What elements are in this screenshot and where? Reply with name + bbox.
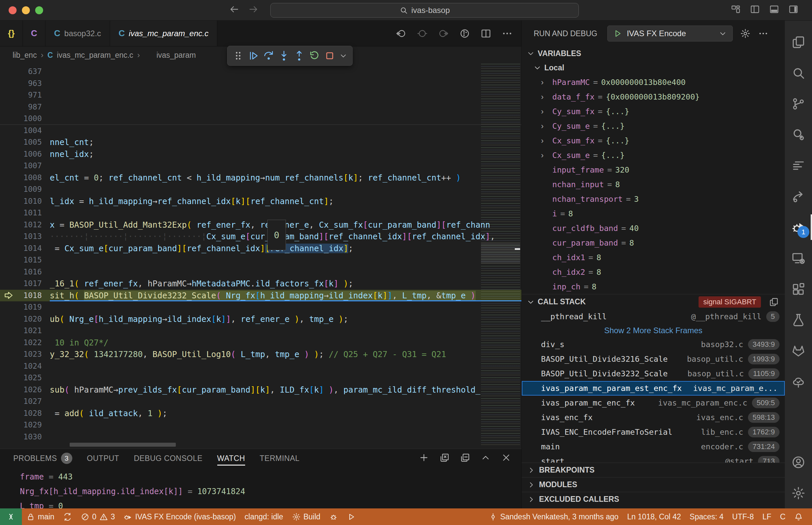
code-line-1009[interactable]: 1009 [0, 183, 521, 195]
code-line-963[interactable]: 963 [0, 78, 521, 90]
code-line-1005[interactable]: 1005nnel_cnt; [0, 136, 521, 148]
stop-button[interactable] [324, 50, 336, 62]
minimize-button[interactable] [22, 6, 30, 14]
editor-tab[interactable]: {} [0, 20, 23, 46]
panel-tab-debug-console[interactable]: DEBUG CONSOLE [134, 449, 202, 468]
debug-settings-gear-icon[interactable] [740, 28, 751, 39]
status-item-main[interactable]: main [22, 512, 59, 521]
remote-indicator[interactable] [0, 508, 22, 525]
panel-tab-output[interactable]: OUTPUT [87, 449, 119, 468]
code-line-1024[interactable]: 1024 [0, 360, 521, 372]
chevron-right-icon[interactable]: › [541, 78, 552, 87]
status-item-clangd-idle[interactable]: clangd: idle [240, 512, 287, 521]
status-item-c[interactable]: C [776, 512, 790, 521]
chevron-right-icon[interactable]: › [541, 107, 552, 116]
chevron-right-icon[interactable]: › [541, 93, 552, 102]
variables-section-header[interactable]: VARIABLES [522, 46, 785, 60]
code-line-1011[interactable]: 1011 [0, 207, 521, 219]
activity-remote-explorer-icon[interactable] [785, 243, 812, 273]
code-line-1026[interactable]: 1026sub( hParamMC→prev_ilds_fx[cur_param… [0, 384, 521, 396]
call-stack-section-header[interactable]: CALL STACK signal SIGABRT [522, 294, 785, 309]
variable-row[interactable]: i=8 [522, 206, 785, 221]
minimap-slider[interactable] [481, 243, 520, 264]
variable-row[interactable]: ch_idx2=8 [522, 265, 785, 280]
horizontal-scrollbar[interactable] [70, 443, 176, 447]
activity-account-icon[interactable] [785, 447, 812, 478]
code-line-1007[interactable]: 1007 [0, 160, 521, 172]
scope-local[interactable]: Local [522, 60, 785, 75]
history-forward-icon[interactable] [248, 4, 259, 15]
variable-row[interactable]: cur_cldfb_band=40 [522, 221, 785, 236]
editor-tab[interactable]: C [23, 20, 45, 46]
step-out-button[interactable] [293, 50, 305, 62]
toggle-primary-sidebar-icon[interactable] [750, 4, 760, 15]
watch-expression[interactable]: Nrg_fx[h_ild_mapping.ild_index[k]] = 107… [20, 484, 521, 499]
close-panel-icon[interactable] [501, 452, 511, 463]
stack-frame[interactable]: BASOP_Util_Divide3216_Scalebasop_util.c1… [522, 352, 785, 366]
status-item-ivas-fx-encode-ivas-basop-[interactable]: IVAS FX Encode (ivas-basop) [119, 512, 240, 521]
activity-share-icon[interactable] [785, 181, 812, 212]
code-line-1014[interactable]: 1014 = Cx_sum_e[cur_param_band][ref_chan… [0, 243, 521, 255]
breadcrumb-folder[interactable]: lib_enc [13, 51, 37, 60]
stack-frame[interactable]: __pthread_kill@__pthread_kill5 [522, 309, 785, 324]
stack-frame[interactable]: mainencoder.c731:24 [522, 439, 785, 454]
panel-tab-watch[interactable]: WATCH [217, 449, 245, 468]
code-line-1015[interactable]: 1015 [0, 254, 521, 266]
variable-row[interactable]: ›Cx_sum_e={...} [522, 148, 785, 163]
activity-testing-flask-icon[interactable] [785, 304, 812, 335]
section-excluded-callers[interactable]: EXCLUDED CALLERS [522, 492, 785, 506]
run-circle-icon[interactable] [459, 28, 470, 39]
zoom-button[interactable] [35, 6, 43, 14]
variable-row[interactable]: ›Cy_sum_e={...} [522, 119, 785, 133]
status-item[interactable] [790, 512, 807, 521]
status-item-lf[interactable]: LF [758, 512, 776, 521]
minimap[interactable] [481, 64, 520, 446]
activity-settings-gear-icon[interactable] [785, 478, 812, 508]
variable-row[interactable]: nchan_transport=3 [522, 192, 785, 206]
variable-row[interactable]: cur_param_band=8 [522, 236, 785, 250]
status-item-utf-8[interactable]: UTF-8 [728, 512, 758, 521]
status-item-ln-1018-col-42[interactable]: Ln 1018, Col 42 [623, 512, 685, 521]
variable-row[interactable]: ›data_f_fx={0x000000013b809200} [522, 90, 785, 104]
activity-source-control-icon[interactable] [785, 88, 812, 119]
variable-row[interactable]: ›Cx_sum_fx={...} [522, 133, 785, 148]
drag-handle-icon[interactable] [232, 50, 244, 62]
remove-all-watch-icon[interactable] [439, 452, 450, 463]
code-line-1016[interactable]: 1016 [0, 266, 521, 278]
code-line-971[interactable]: 971 [0, 89, 521, 101]
variable-row[interactable]: ›Cy_sum_fx={...} [522, 104, 785, 119]
watch-expression[interactable]: frame = 443 [20, 469, 521, 484]
code-line-1006[interactable]: 1006nnel_idx; [0, 148, 521, 160]
code-line-987[interactable]: 987 [0, 101, 521, 113]
command-center-search[interactable]: ivas-basop [270, 3, 579, 18]
toggle-secondary-sidebar-icon[interactable] [788, 4, 799, 15]
stack-frame[interactable]: IVAS_ENC_EncodeFrameToSeriallib_enc.c176… [522, 425, 785, 439]
code-line-1021[interactable]: 1021 [0, 325, 521, 337]
code-line-1000[interactable]: 1000 [0, 113, 521, 125]
breadcrumb-file[interactable]: ivas_mc_param_enc.c [57, 51, 133, 60]
code-line-637[interactable]: 637 [0, 66, 521, 78]
stack-frame[interactable]: BASOP_Util_Divide3232_Scalebasop_util.c1… [522, 366, 785, 381]
more-icon[interactable] [502, 28, 513, 39]
stack-frame[interactable]: ivas_enc_fxivas_enc.c598:13 [522, 410, 785, 425]
step-into-button[interactable] [278, 50, 290, 62]
continue-button[interactable] [247, 50, 259, 62]
code-line-1025[interactable]: 1025 [0, 372, 521, 384]
activity-search-icon[interactable] [785, 57, 812, 88]
chevron-right-icon[interactable]: › [541, 151, 552, 160]
nav-back-circle-icon[interactable] [395, 28, 407, 39]
nav-circle-icon[interactable] [417, 28, 428, 39]
launch-config-dropdown[interactable]: IVAS FX Encode [607, 26, 733, 42]
chevron-right-icon[interactable]: › [541, 136, 552, 145]
status-item-0[interactable]: 03 [76, 512, 119, 521]
activity-explorer-icon[interactable] [785, 27, 812, 57]
code-line-1027[interactable]: 1027 [0, 395, 521, 407]
section-breakpoints[interactable]: BREAKPOINTS [522, 463, 785, 477]
code-line-1023[interactable]: 1023y_32_32( 1342177280, BASOP_Util_Log1… [0, 348, 521, 360]
copy-call-stack-icon[interactable] [769, 297, 779, 307]
code-line-1019[interactable]: 1019 [0, 301, 521, 313]
restart-button[interactable] [308, 50, 320, 62]
status-item-spaces-4[interactable]: Spaces: 4 [685, 512, 728, 521]
panel-tab-terminal[interactable]: TERMINAL [260, 449, 300, 468]
panel-tab-problems[interactable]: PROBLEMS3 [13, 449, 72, 468]
